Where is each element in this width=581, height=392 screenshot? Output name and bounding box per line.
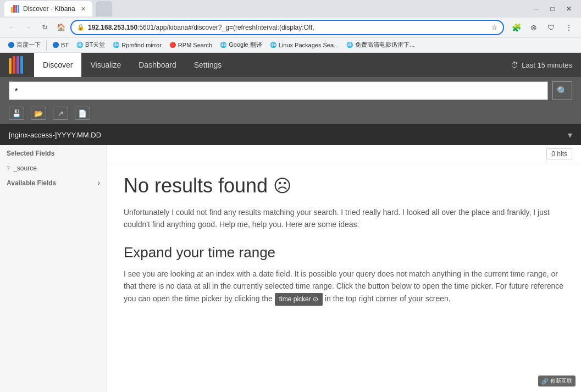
share-button[interactable]: ↗ bbox=[53, 107, 68, 120]
minimize-button[interactable]: ─ bbox=[528, 3, 544, 15]
index-pattern-name: [nginx-access-]YYYY.MM.DD bbox=[9, 131, 568, 139]
clock-icon: ⏱ bbox=[511, 60, 518, 69]
profile-button[interactable]: ⊗ bbox=[526, 20, 541, 35]
watermark: 🔗 创新互联 bbox=[538, 376, 576, 387]
kibana-logo bbox=[9, 56, 23, 74]
window-controls: ─ □ ✕ bbox=[528, 3, 577, 15]
close-button[interactable]: ✕ bbox=[561, 3, 577, 15]
kibana-topnav: Discover Visualize Dashboard Settings ⏱ … bbox=[0, 53, 581, 77]
expand-text: I see you are looking at an index with a… bbox=[124, 268, 565, 306]
bookmarks-bar: 🔵 百度一下 🔵 BT 🌐 BT天堂 🌐 Rpmfind mirror 🔴 RP… bbox=[0, 37, 581, 53]
kibana-app: Discover Visualize Dashboard Settings ⏱ … bbox=[0, 53, 581, 392]
main-content: 0 hits No results found ☹ Unfortunately … bbox=[107, 145, 581, 392]
address-path: :5601/app/kibana#/discover?_g=(refreshIn… bbox=[137, 24, 314, 31]
available-fields-label: Available Fields bbox=[7, 179, 56, 187]
active-tab[interactable]: Discover - Kibana ✕ bbox=[4, 1, 92, 16]
no-results-description: Unfortunately I could not find any resul… bbox=[124, 206, 565, 231]
watermark-icon: 🔗 bbox=[541, 378, 548, 384]
source-field[interactable]: ? _source bbox=[0, 162, 107, 175]
bookmark-linux[interactable]: 🌐 Linux Packages Sea... bbox=[267, 41, 342, 49]
address-icons: ☆ bbox=[491, 24, 497, 31]
bookmark-movie-icon: 🌐 bbox=[346, 42, 353, 48]
tab-close-button[interactable]: ✕ bbox=[81, 5, 86, 13]
index-dropdown-icon[interactable]: ▾ bbox=[568, 130, 572, 140]
bookmark-rpm[interactable]: 🔴 RPM Search bbox=[166, 41, 215, 49]
no-results-area: No results found ☹ Unfortunately I could… bbox=[107, 163, 581, 317]
nav-discover[interactable]: Discover bbox=[34, 53, 81, 77]
available-fields-chevron-icon: › bbox=[98, 179, 100, 187]
address-host: 192.168.253.150 bbox=[88, 24, 137, 31]
new-button[interactable]: 📄 bbox=[75, 107, 90, 120]
time-range-button[interactable]: ⏱ Last 15 minutes bbox=[511, 60, 572, 69]
load-button[interactable]: 📂 bbox=[31, 107, 46, 120]
time-picker-label: time picker ⊙ bbox=[279, 294, 318, 305]
bookmark-rpmfind-label: Rpmfind mirror bbox=[121, 42, 162, 48]
bookmark-google-translate[interactable]: 🌐 Google 翻译 bbox=[217, 40, 265, 50]
bookmark-bt-icon: 🔵 bbox=[52, 42, 59, 48]
bookmark-rpm-label: RPM Search bbox=[178, 42, 212, 48]
no-results-title: No results found ☹ bbox=[124, 174, 565, 197]
bookmark-divider bbox=[46, 40, 47, 50]
address-text: 192.168.253.150:5601/app/kibana#/discove… bbox=[88, 24, 488, 31]
bookmark-bt[interactable]: 🔵 BT bbox=[49, 41, 72, 49]
field-question-icon: ? bbox=[7, 165, 10, 172]
bookmark-baidu-icon: 🔵 bbox=[8, 42, 14, 48]
hits-bar: 0 hits bbox=[107, 145, 581, 163]
bookmark-google-translate-label: Google 翻译 bbox=[229, 41, 262, 49]
tab-title: Discover - Kibana bbox=[23, 5, 75, 13]
tab-favicon bbox=[11, 5, 19, 13]
restore-button[interactable]: □ bbox=[545, 3, 560, 15]
bookmark-baidu-label: 百度一下 bbox=[16, 41, 41, 49]
save-button[interactable]: 💾 bbox=[9, 107, 24, 120]
browser-titlebar: Discover - Kibana ✕ ─ □ ✕ bbox=[0, 0, 581, 18]
bookmark-rpmfind[interactable]: 🌐 Rpmfind mirror bbox=[109, 41, 165, 49]
bookmark-star-icon[interactable]: ☆ bbox=[491, 24, 497, 31]
forward-button[interactable]: → bbox=[21, 20, 35, 35]
bookmark-movie[interactable]: 🌐 免费高清电影迅雷下... bbox=[343, 40, 418, 50]
nav-settings[interactable]: Settings bbox=[185, 53, 231, 77]
lock-icon: 🔒 bbox=[77, 24, 85, 31]
reload-button[interactable]: ↻ bbox=[37, 20, 52, 35]
content-area: Selected Fields ? _source Available Fiel… bbox=[0, 145, 581, 392]
bookmark-bt2-icon: 🌐 bbox=[76, 42, 83, 48]
watermark-text: 创新互联 bbox=[550, 377, 572, 385]
search-button[interactable]: 🔍 bbox=[552, 81, 572, 100]
bookmark-google-translate-icon: 🌐 bbox=[220, 42, 226, 48]
hits-count: 0 hits bbox=[546, 148, 572, 159]
expand-description-2: in the top right corner of your screen. bbox=[325, 294, 451, 303]
bookmark-rpmfind-icon: 🌐 bbox=[113, 42, 119, 48]
browser-navbar: ← → ↻ 🏠 🔒 192.168.253.150:5601/app/kiban… bbox=[0, 18, 581, 37]
no-results-text: No results found bbox=[124, 174, 268, 197]
nav-links: Discover Visualize Dashboard Settings bbox=[34, 53, 511, 77]
back-button[interactable]: ← bbox=[4, 20, 19, 35]
toolbar: 💾 📂 ↗ 📄 bbox=[0, 104, 581, 124]
sidebar: Selected Fields ? _source Available Fiel… bbox=[0, 145, 107, 392]
address-bar[interactable]: 🔒 192.168.253.150:5601/app/kibana#/disco… bbox=[70, 20, 504, 35]
inactive-tab bbox=[96, 1, 112, 16]
bookmark-linux-icon: 🌐 bbox=[270, 42, 276, 48]
home-button[interactable]: 🏠 bbox=[54, 20, 68, 35]
search-area: 🔍 bbox=[0, 77, 581, 104]
bookmark-baidu[interactable]: 🔵 百度一下 bbox=[4, 40, 44, 50]
nav-dashboard[interactable]: Dashboard bbox=[130, 53, 185, 77]
bookmark-movie-label: 免费高清电影迅雷下... bbox=[355, 41, 414, 49]
time-picker-button[interactable]: time picker ⊙ bbox=[275, 293, 323, 306]
selected-fields-title: Selected Fields bbox=[0, 145, 107, 162]
bookmark-bt2-label: BT天堂 bbox=[85, 41, 105, 49]
browser-menu-icons: 🧩 ⊗ 🛡 ⋮ bbox=[508, 20, 577, 35]
bookmark-bt-label: BT bbox=[61, 42, 69, 48]
no-results-emoji: ☹ bbox=[273, 175, 291, 196]
source-field-label: _source bbox=[13, 164, 37, 172]
search-input[interactable] bbox=[9, 81, 548, 100]
available-fields-header[interactable]: Available Fields › bbox=[0, 175, 107, 191]
expand-time-title: Expand your time range bbox=[124, 244, 565, 261]
index-bar: [nginx-access-]YYYY.MM.DD ▾ bbox=[0, 124, 581, 145]
nav-visualize[interactable]: Visualize bbox=[81, 53, 130, 77]
time-range-label: Last 15 minutes bbox=[522, 61, 572, 69]
shield-button[interactable]: 🛡 bbox=[544, 20, 559, 35]
bookmark-rpm-icon: 🔴 bbox=[169, 42, 176, 48]
bookmark-linux-label: Linux Packages Sea... bbox=[279, 42, 339, 48]
bookmark-bt2[interactable]: 🌐 BT天堂 bbox=[73, 40, 108, 50]
more-button[interactable]: ⋮ bbox=[561, 20, 577, 35]
extensions-button[interactable]: 🧩 bbox=[508, 20, 524, 35]
